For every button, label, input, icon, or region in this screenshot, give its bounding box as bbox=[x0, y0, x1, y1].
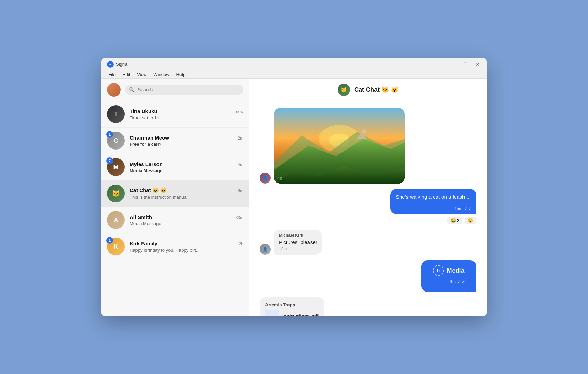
reaction-emoji-wow: 😮 bbox=[468, 218, 473, 223]
mountain-photo: 4h bbox=[274, 108, 405, 184]
image-timestamp: 4h bbox=[277, 176, 282, 181]
sender-avatar-image-msg: 👤 bbox=[260, 173, 271, 184]
signal-icon bbox=[107, 61, 114, 68]
sidebar: 🔍 T Tina Ukuku now bbox=[101, 79, 249, 316]
menu-view[interactable]: View bbox=[134, 71, 149, 78]
michael-message-time: 13m bbox=[279, 246, 317, 251]
app-window: Signal — ☐ ✕ File Edit View Window Help … bbox=[101, 58, 487, 316]
conv-preview-myles: Media Message bbox=[130, 168, 243, 173]
conv-preview-chairman: Free for a call? bbox=[130, 142, 243, 147]
search-input[interactable] bbox=[138, 87, 239, 92]
menu-edit[interactable]: Edit bbox=[120, 71, 133, 78]
message-bubble-sent: She's walking a cat on a leash ... 15m ✓… bbox=[390, 189, 476, 214]
avatar-catchat: 🐱 bbox=[107, 185, 125, 202]
app-logo: Signal bbox=[107, 61, 449, 68]
svg-point-2 bbox=[319, 125, 360, 153]
chat-header: 🐱 Cat Chat 🐱 😺 bbox=[249, 79, 487, 101]
conv-preview-ali: Media Message bbox=[130, 221, 243, 226]
reaction-laugh: 😂 2 bbox=[447, 217, 462, 224]
conversation-item-chairman[interactable]: C 1 Chairman Meow 2m Free for a call? bbox=[101, 128, 249, 154]
conv-name-ali: Ali Smith bbox=[130, 214, 152, 220]
conv-time-kirk: 2h bbox=[239, 242, 243, 246]
chat-area: 🐱 Cat Chat 🐱 😺 👤 bbox=[249, 79, 487, 316]
message-meta-media: 9m ✓✓ bbox=[428, 277, 469, 287]
avatar-tina: T bbox=[107, 105, 125, 123]
conversation-list: T Tina Ukuku now Timer set to 1d bbox=[101, 101, 249, 316]
message-row-media: 1x Media 9m ✓✓ bbox=[260, 260, 476, 292]
chat-messages: 👤 bbox=[249, 101, 487, 316]
conv-time-chairman: 2m bbox=[238, 136, 243, 141]
chat-title: Cat Chat 🐱 😺 bbox=[354, 86, 398, 94]
conv-name-myles: Myles Larson bbox=[130, 161, 163, 167]
conv-name-tina: Tina Ukuku bbox=[130, 108, 157, 114]
conv-content-kirk: Kirk Family 2h Happy birthday to you. Ha… bbox=[130, 241, 243, 253]
minimize-button[interactable]: — bbox=[449, 61, 456, 68]
conv-content-ali: Ali Smith 33m Media Message bbox=[130, 214, 243, 226]
title-bar: Signal — ☐ ✕ bbox=[101, 58, 487, 70]
pdf-sender-name: Artemis Trapp bbox=[265, 302, 319, 307]
pdf-file-info: Instructions.pdf 21.04 KB bbox=[282, 313, 319, 316]
avatar-ali: A bbox=[107, 211, 125, 229]
user-avatar-image bbox=[107, 83, 121, 97]
svg-rect-1 bbox=[274, 108, 405, 184]
checkmark-icon: ✓✓ bbox=[464, 206, 472, 211]
message-bubble-media: 1x Media 9m ✓✓ bbox=[421, 260, 476, 292]
menu-help[interactable]: Help bbox=[174, 71, 188, 78]
conv-time-catchat: 9m bbox=[238, 188, 243, 193]
user-avatar[interactable] bbox=[107, 83, 121, 97]
pdf-filename: Instructions.pdf bbox=[282, 313, 319, 316]
reaction-count-laugh: 2 bbox=[457, 218, 459, 223]
unread-badge-chairman: 1 bbox=[106, 131, 113, 138]
media-label: Media bbox=[447, 267, 464, 274]
message-row-michael: 👤 Michael Kirk Pictures, please! 13m bbox=[260, 230, 476, 255]
media-icon: 1x bbox=[433, 265, 444, 276]
menu-bar: File Edit View Window Help bbox=[101, 70, 487, 79]
message-row-pdf: Artemis Trapp PDF Instructions.pdf 21.04… bbox=[260, 297, 476, 316]
menu-window[interactable]: Window bbox=[151, 71, 172, 78]
conv-time-tina: now bbox=[236, 109, 243, 114]
conv-preview-kirk: Happy birthday to you. Happy birt... bbox=[130, 248, 243, 253]
message-bubble-image: 4h bbox=[274, 108, 405, 184]
checkmark-icon-media: ✓✓ bbox=[457, 279, 465, 284]
conversation-item-ali[interactable]: A Ali Smith 33m Media Message bbox=[101, 207, 249, 233]
menu-file[interactable]: File bbox=[106, 71, 118, 78]
unread-badge-kirk: 1 bbox=[106, 237, 113, 244]
conversation-item-kirk[interactable]: K 1 Kirk Family 2h Happy birthday to you… bbox=[101, 233, 249, 260]
maximize-button[interactable]: ☐ bbox=[462, 61, 469, 68]
message-row-image: 👤 bbox=[260, 108, 476, 184]
conv-content-catchat: Cat Chat 🐱 😺 9m This is the instruction … bbox=[130, 187, 243, 200]
message-reactions: 😂 2 😮 bbox=[447, 217, 476, 224]
sidebar-header: 🔍 bbox=[101, 79, 249, 101]
search-bar[interactable]: 🔍 bbox=[125, 85, 243, 95]
message-text-sent: She's walking a cat on a leash ... bbox=[390, 189, 476, 205]
conv-name-kirk: Kirk Family bbox=[130, 241, 157, 246]
sender-avatar-michael: 👤 bbox=[260, 244, 271, 255]
conv-content-tina: Tina Ukuku now Timer set to 1d bbox=[130, 108, 243, 120]
conv-content-myles: Myles Larson 4m Media Message bbox=[130, 161, 243, 173]
app-body: 🔍 T Tina Ukuku now bbox=[101, 79, 487, 316]
pdf-file-icon: PDF bbox=[265, 310, 279, 316]
chat-header-avatar: 🐱 bbox=[338, 84, 350, 96]
conversation-item-tina[interactable]: T Tina Ukuku now Timer set to 1d bbox=[101, 101, 249, 128]
close-button[interactable]: ✕ bbox=[474, 61, 481, 68]
avatar-chairman: C 1 bbox=[107, 132, 125, 150]
reaction-wow: 😮 bbox=[465, 217, 476, 224]
conv-preview-tina: Timer set to 1d bbox=[130, 115, 243, 120]
message-bubble-michael: Michael Kirk Pictures, please! 13m bbox=[274, 230, 322, 255]
avatar-myles: M 7 bbox=[107, 158, 125, 176]
message-bubble-pdf: Artemis Trapp PDF Instructions.pdf 21.04… bbox=[260, 297, 324, 316]
message-time-sent: 15m bbox=[455, 206, 462, 211]
pdf-file-container: PDF Instructions.pdf 21.04 KB bbox=[265, 310, 319, 316]
conv-time-myles: 4m bbox=[238, 162, 243, 167]
michael-sender-name: Michael Kirk bbox=[279, 233, 317, 238]
app-title: Signal bbox=[116, 62, 128, 67]
conversation-item-catchat[interactable]: 🐱 Cat Chat 🐱 😺 9m This is the instructio… bbox=[101, 180, 249, 207]
unread-badge-myles: 7 bbox=[106, 157, 113, 164]
avatar-kirk: K 1 bbox=[107, 238, 125, 255]
message-meta-sent: 15m ✓✓ bbox=[390, 205, 476, 214]
window-controls: — ☐ ✕ bbox=[449, 61, 481, 68]
conv-preview-catchat: This is the instruction manual. bbox=[130, 195, 243, 200]
conv-content-chairman: Chairman Meow 2m Free for a call? bbox=[130, 135, 243, 147]
conversation-item-myles[interactable]: M 7 Myles Larson 4m Media Message bbox=[101, 154, 249, 180]
svg-marker-5 bbox=[274, 139, 405, 184]
